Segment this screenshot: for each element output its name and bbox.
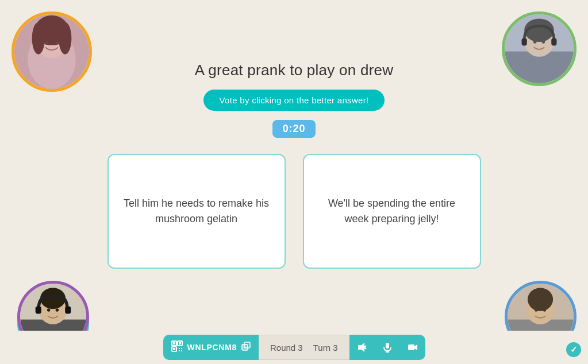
checkmark-badge: ✓ [566, 342, 581, 357]
svg-marker-58 [414, 344, 417, 350]
round-label: Round 3 [270, 343, 303, 353]
svg-point-30 [56, 308, 59, 312]
svg-rect-43 [179, 342, 181, 344]
svg-rect-44 [173, 348, 175, 350]
mic-button[interactable] [375, 335, 400, 360]
avatar-top-right [508, 6, 582, 80]
room-code-section: WNLPCNM8 [163, 335, 259, 360]
svg-point-38 [543, 308, 547, 312]
svg-rect-31 [36, 307, 41, 314]
svg-rect-54 [386, 343, 389, 348]
svg-rect-50 [242, 344, 248, 350]
svg-rect-46 [181, 348, 182, 349]
avatar-top-right-image [502, 11, 577, 86]
vote-button[interactable]: Vote by clicking on the better answer! [203, 90, 385, 111]
answers-row: Tell him he needs to remake his mushroom… [92, 154, 496, 269]
main-content: A great prank to play on drew Vote by cl… [92, 0, 496, 330]
svg-rect-15 [522, 38, 527, 46]
camera-button[interactable] [400, 335, 425, 360]
round-turn-section: Round 3 Turn 3 [259, 335, 349, 360]
answer-text-b: We'll be spending the entire week prepar… [318, 196, 466, 227]
svg-marker-51 [358, 343, 364, 352]
media-controls [349, 335, 425, 360]
room-code-text: WNLPCNM8 [187, 343, 237, 352]
svg-point-36 [528, 288, 553, 311]
svg-rect-16 [551, 38, 556, 46]
timer-display: 0:20 [272, 120, 316, 138]
svg-rect-47 [179, 350, 180, 351]
answer-text-a: Tell him he needs to remake his mushroom… [122, 196, 271, 227]
svg-point-14 [542, 40, 545, 44]
mute-button[interactable] [349, 335, 375, 360]
answer-card-a[interactable]: Tell him he needs to remake his mushroom… [107, 154, 286, 269]
svg-point-13 [533, 40, 537, 44]
bottom-bar: WNLPCNM8 Round 3 Turn 3 [0, 331, 588, 364]
svg-rect-57 [408, 344, 414, 350]
svg-rect-45 [179, 348, 180, 349]
avatar-top-left-image [11, 11, 92, 92]
svg-point-6 [59, 22, 71, 55]
svg-rect-48 [181, 350, 182, 351]
svg-point-5 [32, 22, 45, 55]
svg-point-7 [45, 41, 48, 45]
answer-card-b[interactable]: We'll be spending the entire week prepar… [303, 154, 481, 269]
avatar-mid-left [9, 144, 80, 215]
svg-rect-42 [173, 342, 175, 344]
svg-rect-32 [65, 307, 71, 314]
room-icon [171, 340, 183, 355]
svg-point-8 [56, 41, 59, 45]
turn-label: Turn 3 [313, 343, 338, 353]
avatar-top-left [6, 6, 86, 86]
question-title: A great prank to play on drew [195, 61, 394, 79]
svg-point-29 [47, 308, 51, 312]
copy-code-icon[interactable] [241, 342, 251, 353]
svg-point-37 [535, 308, 538, 312]
